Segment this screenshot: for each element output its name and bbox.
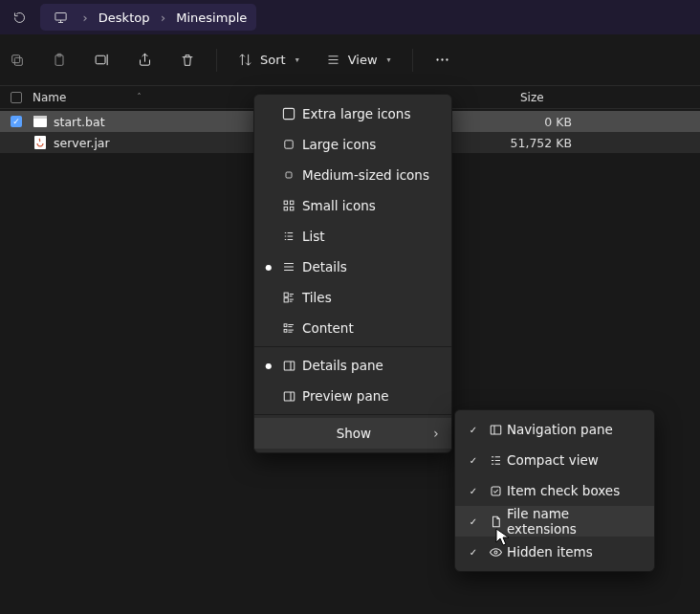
menu-list[interactable]: List [254, 221, 451, 252]
menu-extra-large-icons[interactable]: Extra large icons [254, 99, 451, 129]
svg-rect-17 [284, 207, 288, 210]
content-icon [275, 321, 302, 335]
share-icon [137, 52, 153, 68]
crumb-folder[interactable]: Minesimple [176, 11, 247, 25]
file-size: 0 KB [490, 115, 580, 129]
submenu-file-name-extensions[interactable]: ✓ File name extensions [455, 506, 654, 537]
svg-rect-13 [285, 141, 293, 148]
square-icon [275, 106, 302, 121]
paste-button[interactable] [52, 53, 67, 68]
menu-small-icons[interactable]: Small icons [254, 190, 451, 221]
check-icon: ✓ [463, 425, 484, 435]
active-dot-icon: ● [262, 362, 275, 370]
check-icon: ✓ [463, 455, 484, 466]
crumb-desktop[interactable]: Desktop [98, 11, 150, 25]
view-dropdown[interactable]: View ▾ [326, 53, 391, 67]
svg-rect-2 [12, 55, 20, 62]
svg-rect-25 [491, 426, 501, 434]
copy-icon [10, 53, 25, 68]
svg-rect-19 [284, 293, 288, 296]
menu-show[interactable]: Show › [254, 418, 451, 449]
share-button[interactable] [137, 52, 153, 68]
column-name[interactable]: Name [33, 91, 66, 104]
file-icon [484, 515, 507, 529]
svg-rect-16 [290, 201, 294, 205]
svg-rect-15 [284, 201, 288, 205]
rename-icon [94, 52, 110, 68]
svg-rect-10 [33, 116, 47, 119]
svg-rect-23 [284, 362, 295, 370]
submenu-hidden-items[interactable]: ✓ Hidden items [455, 537, 654, 567]
check-icon: ✓ [463, 516, 484, 527]
pane-right-icon [275, 359, 302, 373]
lines-icon [275, 260, 302, 274]
delete-button[interactable] [180, 53, 195, 68]
list-icon [275, 230, 302, 243]
sort-icon [238, 53, 252, 67]
svg-point-6 [436, 58, 438, 60]
more-button[interactable] [434, 52, 450, 68]
chevron-down-icon: ▾ [295, 55, 299, 64]
menu-tiles[interactable]: Tiles [254, 282, 451, 313]
svg-rect-14 [286, 172, 292, 178]
divider [216, 49, 217, 72]
column-size[interactable]: Size [516, 91, 583, 104]
svg-rect-11 [34, 136, 46, 149]
view-list-icon [326, 53, 340, 67]
copy-button[interactable] [10, 53, 25, 68]
svg-point-8 [446, 58, 448, 60]
square-icon [275, 169, 302, 181]
sort-label: Sort [260, 53, 286, 67]
chevron-right-icon: › [81, 11, 89, 25]
svg-point-27 [494, 551, 497, 554]
menu-content[interactable]: Content [254, 313, 451, 343]
svg-rect-20 [284, 298, 288, 302]
active-dot-icon: ● [262, 263, 275, 272]
svg-rect-12 [283, 108, 294, 119]
refresh-icon [12, 11, 27, 25]
sort-dropdown[interactable]: Sort ▾ [238, 53, 299, 67]
svg-rect-0 [55, 12, 66, 20]
menu-preview-pane[interactable]: Preview pane [254, 381, 451, 411]
select-all-checkbox[interactable] [0, 92, 33, 103]
check-icon: ✓ [463, 486, 484, 496]
toolbar: Sort ▾ View ▾ [0, 34, 700, 86]
refresh-button[interactable] [6, 4, 33, 31]
menu-details[interactable]: ● Details [254, 252, 451, 282]
breadcrumb[interactable]: › Desktop › Minesimple [40, 4, 256, 31]
file-name: server.jar [54, 136, 110, 150]
svg-rect-24 [284, 392, 295, 401]
jar-file-icon [33, 135, 48, 150]
monitor-icon [54, 11, 68, 25]
bat-file-icon [33, 114, 48, 129]
menu-large-icons[interactable]: Large icons [254, 129, 451, 160]
menu-medium-icons[interactable]: Medium-sized icons [254, 160, 451, 190]
chevron-right-icon: › [159, 11, 166, 25]
pane-right-icon [275, 389, 302, 404]
square-icon [275, 138, 302, 151]
menu-details-pane[interactable]: ● Details pane [254, 350, 451, 381]
view-label: View [348, 53, 378, 67]
checkbox-icon [484, 484, 507, 498]
submenu-navigation-pane[interactable]: ✓ Navigation pane [455, 414, 654, 445]
svg-rect-5 [96, 55, 105, 64]
view-menu: Extra large icons Large icons Medium-siz… [253, 94, 452, 453]
more-icon [434, 52, 450, 68]
row-checkbox[interactable]: ✓ [11, 116, 22, 127]
menu-separator [254, 414, 451, 415]
clipboard-icon [52, 53, 67, 68]
svg-point-7 [441, 58, 443, 60]
svg-rect-26 [492, 487, 500, 495]
chevron-down-icon: ▾ [387, 55, 391, 64]
submenu-compact-view[interactable]: ✓ Compact view [455, 445, 654, 475]
submenu-item-check-boxes[interactable]: ✓ Item check boxes [455, 475, 654, 506]
compact-icon [484, 453, 507, 468]
chevron-right-icon: › [432, 426, 440, 441]
check-icon: ✓ [463, 547, 484, 558]
file-size: 51,752 KB [490, 136, 580, 150]
svg-rect-18 [290, 207, 294, 210]
rename-button[interactable] [94, 52, 110, 68]
svg-rect-22 [284, 329, 287, 332]
grid-icon [275, 199, 302, 212]
file-name: start.bat [54, 115, 105, 129]
